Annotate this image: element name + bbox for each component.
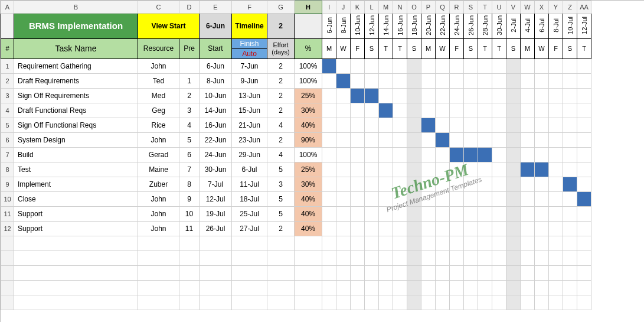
resource[interactable]: Rice bbox=[138, 118, 179, 132]
gantt-cell[interactable] bbox=[478, 236, 492, 251]
gantt-cell[interactable] bbox=[492, 73, 506, 88]
gantt-cell[interactable] bbox=[549, 221, 563, 236]
col-T[interactable]: T bbox=[478, 1, 492, 14]
gantt-cell[interactable] bbox=[535, 103, 549, 118]
gantt-cell[interactable] bbox=[379, 221, 393, 236]
gantt-cell[interactable] bbox=[407, 73, 421, 88]
resource[interactable]: John bbox=[138, 132, 179, 147]
gantt-cell[interactable] bbox=[393, 103, 407, 118]
col-K[interactable]: K bbox=[351, 1, 365, 14]
percent[interactable]: 30% bbox=[295, 103, 322, 118]
gantt-cell[interactable] bbox=[393, 280, 407, 295]
gantt-cell[interactable] bbox=[351, 73, 365, 88]
row-number[interactable]: 2 bbox=[1, 73, 14, 88]
gantt-cell[interactable] bbox=[506, 206, 521, 221]
table-row[interactable] bbox=[1, 280, 591, 295]
gantt-cell[interactable] bbox=[535, 251, 549, 265]
gantt-cell[interactable] bbox=[393, 265, 407, 280]
gantt-cell[interactable] bbox=[521, 132, 535, 147]
task-name[interactable]: Sign Off Requirements bbox=[14, 88, 138, 103]
gantt-cell[interactable] bbox=[407, 118, 421, 132]
gantt-cell[interactable] bbox=[478, 295, 492, 310]
gantt-cell[interactable] bbox=[506, 236, 521, 251]
gantt-cell[interactable] bbox=[535, 280, 549, 295]
empty-cell[interactable] bbox=[232, 265, 267, 280]
gantt-cell[interactable] bbox=[577, 88, 591, 103]
date-col[interactable]: 4-Jul bbox=[521, 14, 535, 39]
gantt-cell[interactable] bbox=[336, 118, 351, 132]
gantt-cell[interactable] bbox=[393, 221, 407, 236]
percent[interactable]: 25% bbox=[295, 88, 322, 103]
gantt-cell[interactable] bbox=[577, 177, 591, 191]
table-row[interactable] bbox=[1, 295, 591, 310]
gantt-cell[interactable] bbox=[393, 73, 407, 88]
gantt-cell[interactable] bbox=[322, 191, 336, 206]
gantt-cell[interactable] bbox=[535, 58, 549, 73]
gantt-cell[interactable] bbox=[478, 73, 492, 88]
gantt-cell[interactable] bbox=[577, 132, 591, 147]
gantt-cell[interactable] bbox=[521, 206, 535, 221]
gantt-cell[interactable] bbox=[379, 236, 393, 251]
table-row[interactable]: 1Requirement GatheringJohn6-Jun7-Jun2100… bbox=[1, 58, 591, 73]
gantt-cell[interactable] bbox=[436, 73, 450, 88]
gantt-cell[interactable] bbox=[393, 132, 407, 147]
start-date[interactable]: 12-Jul bbox=[200, 191, 232, 206]
day-col[interactable]: T bbox=[393, 38, 407, 58]
empty-h[interactable] bbox=[295, 14, 322, 39]
gantt-cell[interactable] bbox=[563, 88, 577, 103]
gantt-bar[interactable] bbox=[379, 103, 393, 118]
gantt-cell[interactable] bbox=[379, 280, 393, 295]
empty-cell[interactable] bbox=[1, 280, 14, 295]
gantt-cell[interactable] bbox=[577, 162, 591, 177]
gantt-cell[interactable] bbox=[450, 118, 464, 132]
empty-cell[interactable] bbox=[179, 280, 200, 295]
resource[interactable]: John bbox=[138, 221, 179, 236]
gantt-cell[interactable] bbox=[549, 118, 563, 132]
gantt-cell[interactable] bbox=[322, 206, 336, 221]
predecessor[interactable]: 3 bbox=[179, 103, 200, 118]
gantt-cell[interactable] bbox=[336, 191, 351, 206]
gantt-cell[interactable] bbox=[492, 58, 506, 73]
gantt-cell[interactable] bbox=[563, 265, 577, 280]
effort[interactable]: 2 bbox=[267, 73, 295, 88]
col-A[interactable]: A bbox=[1, 1, 14, 14]
predecessor[interactable]: 9 bbox=[179, 191, 200, 206]
gantt-cell[interactable] bbox=[407, 265, 421, 280]
empty-cell[interactable] bbox=[179, 295, 200, 310]
gantt-cell[interactable] bbox=[577, 280, 591, 295]
view-start-date[interactable]: 6-Jun bbox=[200, 14, 232, 39]
gantt-cell[interactable] bbox=[365, 265, 379, 280]
predecessor[interactable]: 10 bbox=[179, 206, 200, 221]
col-R[interactable]: R bbox=[450, 1, 464, 14]
gantt-cell[interactable] bbox=[506, 191, 521, 206]
gantt-cell[interactable] bbox=[535, 132, 549, 147]
num-header[interactable]: # bbox=[1, 38, 14, 58]
gantt-cell[interactable] bbox=[506, 251, 521, 265]
gantt-cell[interactable] bbox=[351, 295, 365, 310]
gantt-cell[interactable] bbox=[351, 132, 365, 147]
gantt-bar[interactable] bbox=[464, 147, 478, 162]
gantt-cell[interactable] bbox=[436, 118, 450, 132]
date-col[interactable]: 12-Jul bbox=[577, 14, 591, 39]
gantt-cell[interactable] bbox=[393, 58, 407, 73]
gantt-cell[interactable] bbox=[492, 88, 506, 103]
gantt-cell[interactable] bbox=[450, 177, 464, 191]
gantt-cell[interactable] bbox=[464, 118, 478, 132]
gantt-cell[interactable] bbox=[351, 221, 365, 236]
gantt-cell[interactable] bbox=[577, 118, 591, 132]
empty-cell[interactable] bbox=[138, 251, 179, 265]
gantt-cell[interactable] bbox=[336, 177, 351, 191]
gantt-cell[interactable] bbox=[322, 221, 336, 236]
empty-cell[interactable] bbox=[179, 265, 200, 280]
gantt-cell[interactable] bbox=[421, 177, 436, 191]
gantt-cell[interactable] bbox=[365, 118, 379, 132]
table-row[interactable]: 10CloseJohn912-Jul18-Jul540% bbox=[1, 191, 591, 206]
gantt-cell[interactable] bbox=[563, 221, 577, 236]
gantt-cell[interactable] bbox=[492, 221, 506, 236]
empty-cell[interactable] bbox=[267, 265, 295, 280]
gantt-bar[interactable] bbox=[521, 162, 535, 177]
gantt-cell[interactable] bbox=[464, 103, 478, 118]
gantt-cell[interactable] bbox=[521, 118, 535, 132]
col-V[interactable]: V bbox=[506, 1, 521, 14]
col-O[interactable]: O bbox=[407, 1, 421, 14]
